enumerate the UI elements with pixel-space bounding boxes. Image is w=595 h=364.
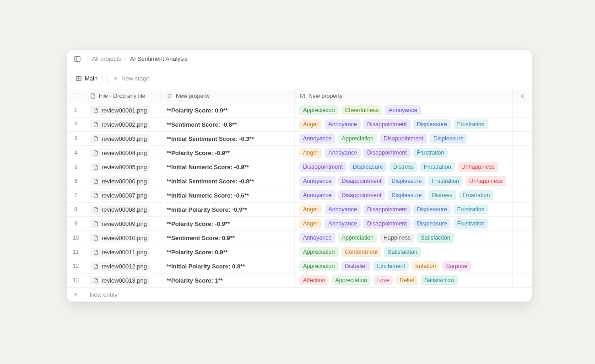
new-stage-button[interactable]: New stage bbox=[112, 75, 149, 82]
tag-pill[interactable]: Distress bbox=[389, 162, 417, 172]
tag-pill[interactable]: Annoyance bbox=[325, 148, 361, 158]
tag-pill[interactable]: Disappointment bbox=[363, 119, 411, 129]
sidebar-toggle-button[interactable] bbox=[72, 54, 82, 64]
tag-pill[interactable]: Frustration bbox=[428, 176, 463, 186]
table-row[interactable]: 12review00012.png**Initial Polarity Scor… bbox=[67, 259, 532, 273]
tag-pill[interactable]: Anger bbox=[299, 119, 322, 129]
score-cell[interactable]: **Polarity Score: 0.9** bbox=[162, 245, 295, 259]
tag-pill[interactable]: Disappointment bbox=[363, 148, 411, 158]
header-prop2[interactable]: New property bbox=[295, 89, 513, 103]
score-cell[interactable]: **Polarity Score: 0.9** bbox=[162, 103, 295, 117]
tags-cell[interactable]: AffectionAppreciationLoveReliefSatisfact… bbox=[295, 273, 513, 287]
tag-pill[interactable]: Annoyance bbox=[299, 134, 335, 144]
new-entity-row[interactable]: New entity bbox=[67, 288, 532, 302]
table-row[interactable]: 4review00004.png**Polarity Score: -0.9**… bbox=[67, 146, 532, 160]
tag-pill[interactable]: Unhappiness bbox=[458, 162, 498, 172]
tag-pill[interactable]: Displeasure bbox=[430, 134, 467, 144]
tag-pill[interactable]: Displeasure bbox=[413, 119, 451, 129]
score-cell[interactable]: **Sentiment Score: -0.8** bbox=[162, 118, 295, 131]
table-row[interactable]: 2review00002.png**Sentiment Score: -0.8*… bbox=[67, 118, 532, 132]
file-cell[interactable]: review00012.png bbox=[85, 259, 162, 273]
file-cell[interactable]: review00002.png bbox=[85, 118, 162, 131]
tags-cell[interactable]: DisappointmentDispleasureDistressFrustra… bbox=[295, 160, 513, 174]
tag-pill[interactable]: Unhappiness bbox=[465, 176, 506, 186]
file-cell[interactable]: review00010.png bbox=[85, 231, 162, 245]
tag-pill[interactable]: Frustration bbox=[454, 204, 488, 214]
tag-pill[interactable]: Satisfaction bbox=[417, 233, 454, 243]
file-cell[interactable]: review00003.png bbox=[85, 132, 162, 145]
tag-pill[interactable]: Appreciation bbox=[338, 233, 378, 243]
tag-pill[interactable]: Disappointment bbox=[363, 219, 411, 229]
score-cell[interactable]: **Polarity Score: 1** bbox=[162, 273, 295, 287]
file-cell[interactable]: review00006.png bbox=[85, 174, 162, 188]
tag-pill[interactable]: Affection bbox=[299, 275, 329, 285]
score-cell[interactable]: **Polarity Score: -0.9** bbox=[162, 217, 295, 230]
score-cell[interactable]: **Initial Polarity Score: -0.9** bbox=[162, 203, 295, 216]
file-cell[interactable]: review00009.png bbox=[85, 217, 162, 230]
tag-pill[interactable]: Displeasure bbox=[413, 219, 451, 229]
file-cell[interactable]: review00004.png bbox=[85, 146, 162, 160]
tag-pill[interactable]: Cheerfulness bbox=[341, 105, 383, 115]
file-cell[interactable]: review00008.png bbox=[85, 203, 162, 216]
tag-pill[interactable]: Appreciation bbox=[299, 247, 339, 257]
table-row[interactable]: 6review00006.png**Initial Sentiment Scor… bbox=[67, 174, 532, 188]
tags-cell[interactable]: AppreciationDisbeliefExcitementIrritatio… bbox=[295, 259, 513, 273]
tag-pill[interactable]: Anger bbox=[299, 219, 322, 229]
file-cell[interactable]: review00013.png bbox=[85, 273, 162, 287]
score-cell[interactable]: **Polarity Score: -0.9** bbox=[162, 146, 295, 160]
score-cell[interactable]: **Initial Numeric Score: -0.6** bbox=[162, 188, 295, 202]
header-file[interactable]: File - Drop any file bbox=[85, 89, 162, 103]
tags-cell[interactable]: AnnoyanceAppreciationHappinessSatisfacti… bbox=[295, 231, 513, 245]
score-cell[interactable]: **Initial Sentiment Score: -0.3** bbox=[162, 132, 295, 145]
tag-pill[interactable]: Annoyance bbox=[299, 233, 335, 243]
file-cell[interactable]: review00007.png bbox=[85, 188, 162, 202]
tag-pill[interactable]: Anger bbox=[299, 148, 322, 158]
table-row[interactable]: 8review00008.png**Initial Polarity Score… bbox=[67, 203, 532, 217]
tags-cell[interactable]: AppreciationCheerfulnessAnnoyance bbox=[295, 103, 513, 117]
header-select-all[interactable] bbox=[67, 89, 85, 103]
table-row[interactable]: 7review00007.png**Initial Numeric Score:… bbox=[67, 188, 532, 203]
tags-cell[interactable]: AnnoyanceAppreciationDisappointmentDispl… bbox=[295, 132, 513, 145]
file-cell[interactable]: review00001.png bbox=[85, 103, 162, 117]
tag-pill[interactable]: Displeasure bbox=[388, 176, 425, 186]
tag-pill[interactable]: Annoyance bbox=[385, 105, 421, 115]
breadcrumb-current[interactable]: AI Sentiment Analysis bbox=[130, 55, 188, 62]
tag-pill[interactable]: Displeasure bbox=[413, 204, 451, 214]
tag-pill[interactable]: Contentment bbox=[341, 247, 382, 257]
file-cell[interactable]: review00011.png bbox=[85, 245, 162, 259]
tag-pill[interactable]: Annoyance bbox=[325, 119, 361, 129]
tag-pill[interactable]: Annoyance bbox=[299, 176, 335, 186]
stage-tab-main[interactable]: Main bbox=[70, 73, 103, 84]
table-row[interactable]: 13review00013.png**Polarity Score: 1**Af… bbox=[67, 273, 532, 288]
tag-pill[interactable]: Appreciation bbox=[338, 134, 378, 144]
tag-pill[interactable]: Annoyance bbox=[325, 204, 361, 214]
table-row[interactable]: 10review00010.png**Sentiment Score: 0.9*… bbox=[67, 231, 532, 245]
tag-pill[interactable]: Annoyance bbox=[325, 219, 361, 229]
table-row[interactable]: 9review00009.png**Polarity Score: -0.9**… bbox=[67, 217, 532, 231]
tag-pill[interactable]: Appreciation bbox=[331, 275, 371, 285]
tag-pill[interactable]: Irritation bbox=[411, 261, 439, 271]
tag-pill[interactable]: Displeasure bbox=[349, 162, 387, 172]
tag-pill[interactable]: Disappointment bbox=[363, 204, 411, 214]
breadcrumb-root[interactable]: All projects bbox=[92, 55, 121, 62]
tag-pill[interactable]: Appreciation bbox=[299, 105, 339, 115]
score-cell[interactable]: **Initial Polarity Score: 0.8** bbox=[162, 259, 295, 273]
tags-cell[interactable]: AngerAnnoyanceDisappointmentFrustration bbox=[295, 146, 513, 160]
header-prop1[interactable]: New property bbox=[162, 89, 295, 103]
tag-pill[interactable]: Frustration bbox=[413, 148, 448, 158]
tag-pill[interactable]: Frustration bbox=[454, 219, 488, 229]
tags-cell[interactable]: AnnoyanceDisappointmentDispleasureDistre… bbox=[295, 188, 513, 202]
tag-pill[interactable]: Frustration bbox=[459, 190, 494, 200]
tag-pill[interactable]: Disappointment bbox=[380, 134, 427, 144]
tag-pill[interactable]: Displeasure bbox=[388, 190, 425, 200]
tag-pill[interactable]: Disappointment bbox=[338, 176, 385, 186]
table-row[interactable]: 5review00005.png**Initial Numeric Score:… bbox=[67, 160, 532, 174]
tag-pill[interactable]: Frustration bbox=[454, 119, 488, 129]
tag-pill[interactable]: Surprise bbox=[442, 261, 471, 271]
tag-pill[interactable]: Appreciation bbox=[299, 261, 339, 271]
tag-pill[interactable]: Distress bbox=[428, 190, 456, 200]
tag-pill[interactable]: Satisfaction bbox=[421, 275, 458, 285]
tags-cell[interactable]: AngerAnnoyanceDisappointmentDispleasureF… bbox=[295, 203, 513, 216]
tag-pill[interactable]: Love bbox=[373, 275, 393, 285]
score-cell[interactable]: **Initial Sentiment Score: -0.8** bbox=[162, 174, 295, 188]
